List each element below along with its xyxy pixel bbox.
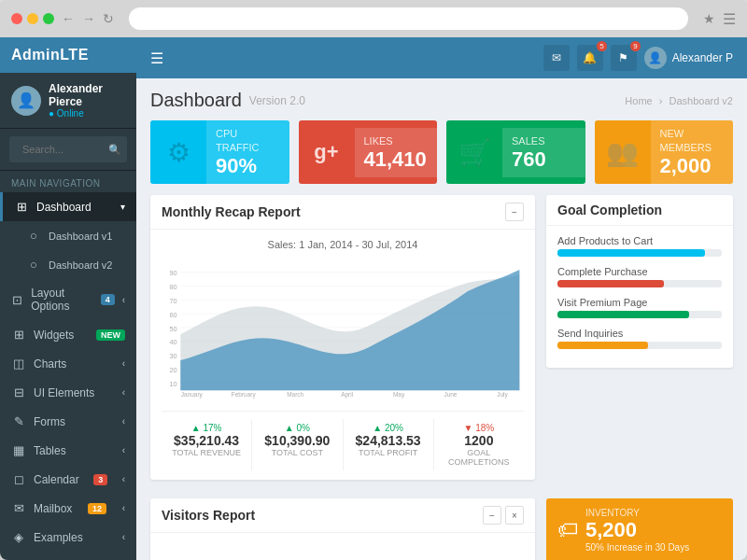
dashboard-submenu: ○ Dashboard v1 ○ Dashboard v2 [0, 221, 136, 279]
sales-content: SALES 760 [502, 128, 585, 177]
stat-profit: ▲ 20% $24,813.53 TOTAL PROFIT [343, 419, 433, 470]
cpu-value: 90% [216, 154, 280, 178]
sidebar-item-dashboard-v1[interactable]: ○ Dashboard v1 [0, 221, 136, 250]
sidebar-search[interactable]: 🔍 [0, 129, 136, 171]
notifications-button[interactable]: 🔔 5 [577, 45, 603, 71]
sidebar-item-widgets[interactable]: ⊞ Widgets NEW [0, 320, 136, 349]
goal-item-3: Visit Premium Page [557, 297, 722, 318]
url-bar[interactable] [129, 7, 688, 30]
card-tools: − [505, 203, 524, 221]
forward-button[interactable]: → [82, 11, 95, 26]
goal-completion-col: Goal Completion Add Products to Cart [546, 195, 733, 489]
sidebar-item-multilevel[interactable]: ◫ Multilevel ‹ [0, 552, 136, 560]
search-input[interactable] [15, 139, 108, 160]
dashboard-icon: ⊞ [14, 200, 29, 214]
user-status: ● Online [49, 108, 125, 119]
goals-change: ▼ 18% [438, 423, 520, 433]
header-user[interactable]: 👤 Alexander P [644, 47, 733, 69]
top-header: ☰ ✉ 🔔 5 ⚑ 9 👤 Alexander P [136, 37, 747, 78]
brand-name: AdminLTE [11, 47, 89, 63]
sidebar-item-label: Mailbox [34, 502, 72, 515]
svg-text:June: June [444, 391, 457, 398]
layout-icon: ⊡ [11, 293, 23, 307]
minimize-card-button[interactable]: − [505, 203, 524, 221]
minimize-visitors-button[interactable]: − [483, 506, 501, 525]
avatar: 👤 [11, 86, 41, 116]
info-box-cpu: ⚙ CPU TRAFFIC 90% [150, 120, 289, 184]
sidebar-item-tables[interactable]: ▦ Tables ‹ [0, 436, 136, 465]
sidebar-item-label: Tables [34, 444, 66, 457]
likes-label: LIKES [364, 135, 393, 147]
sidebar-item-label: Calendar [34, 473, 79, 486]
sidebar-item-dashboard-v2[interactable]: ○ Dashboard v2 [0, 250, 136, 279]
search-icon[interactable]: 🔍 [108, 144, 121, 156]
chevron-right-icon: ‹ [122, 445, 125, 455]
widgets-icon: ⊞ [11, 328, 26, 342]
goal-item-1: Add Products to Cart [557, 235, 722, 257]
revenue-label: TOTAL REVENUE [165, 448, 247, 457]
header-username: Alexander P [672, 51, 733, 64]
svg-text:40: 40 [169, 339, 176, 347]
visitors-title: Visitors Report [162, 508, 483, 523]
calendar-badge: 3 [93, 474, 107, 485]
sidebar-item-calendar[interactable]: ◻ Calendar 3 ‹ [0, 465, 136, 494]
inventory-icon: 🏷 [557, 518, 578, 542]
sidebar-item-mailbox[interactable]: ✉ Mailbox 12 ‹ [0, 494, 136, 523]
sidebar-item-label: Layout Options [31, 287, 92, 313]
stat-revenue: ▲ 17% $35,210.43 TOTAL REVENUE [162, 419, 251, 470]
goal-completion-header: Goal Completion [546, 195, 733, 226]
visitors-body: 📊 8390 VISITS [150, 533, 535, 560]
sidebar-item-dashboard[interactable]: ⊞ Dashboard ▾ [0, 192, 136, 221]
likes-value: 41,410 [364, 147, 429, 172]
cpu-content: CPU TRAFFIC 90% [206, 120, 289, 184]
sidebar-item-layout[interactable]: ⊡ Layout Options 4 ‹ [0, 279, 136, 320]
svg-text:20: 20 [169, 366, 176, 374]
breadcrumb-current: Dashboard v2 [669, 95, 734, 106]
two-col-section: Monthly Recap Report − Sales: 1 Jan, 201… [150, 195, 733, 489]
svg-text:February: February [232, 391, 257, 399]
forms-icon: ✎ [11, 414, 26, 428]
user-name: Alexander Pierce [49, 82, 125, 108]
sidebar-item-examples[interactable]: ◈ Examples ‹ [0, 523, 136, 552]
svg-text:50: 50 [169, 325, 176, 333]
info-box-members: 👥 NEW MEMBERS 2,000 [595, 120, 734, 184]
close-dot[interactable] [11, 13, 22, 24]
likes-icon: g+ [299, 124, 355, 180]
mailbox-badge: 12 [88, 503, 106, 514]
goal-item-4: Send Inquiries [557, 328, 722, 349]
close-visitors-button[interactable]: × [505, 506, 524, 525]
svg-text:90: 90 [169, 270, 176, 278]
stat-cost: ▲ 0% $10,390.90 TOTAL COST [251, 419, 342, 470]
goal-bar-bg-2 [557, 280, 722, 287]
tasks-button[interactable]: ⚑ 9 [611, 45, 637, 71]
members-content: NEW MEMBERS 2,000 [651, 120, 734, 184]
sidebar: AdminLTE 👤 Alexander Pierce ● Online 🔍 M… [0, 37, 136, 560]
svg-text:April: April [341, 391, 353, 399]
chevron-right-icon: ‹ [122, 532, 125, 542]
monthly-report-card: Monthly Recap Report − Sales: 1 Jan, 201… [150, 195, 535, 480]
browser-menu-icon[interactable]: ☰ [723, 10, 736, 28]
sidebar-item-charts[interactable]: ◫ Charts ‹ [0, 349, 136, 378]
inventory-widget: 🏷 INVENTORY 5,200 50% Increase in 30 Day… [546, 498, 733, 560]
chevron-right-icon: ‹ [122, 474, 125, 484]
svg-text:80: 80 [169, 284, 176, 292]
back-button[interactable]: ← [62, 11, 75, 26]
maximize-dot[interactable] [43, 13, 54, 24]
sidebar-toggle-button[interactable]: ☰ [150, 49, 163, 67]
members-label: NEW MEMBERS [660, 128, 712, 153]
refresh-button[interactable]: ↻ [103, 11, 114, 26]
tasks-badge: 9 [630, 41, 640, 51]
page-version: Version 2.0 [249, 94, 305, 107]
minimize-dot[interactable] [27, 13, 38, 24]
sidebar-item-forms[interactable]: ✎ Forms ‹ [0, 407, 136, 436]
sidebar-item-ui-elements[interactable]: ⊟ UI Elements ‹ [0, 378, 136, 407]
goal-label-3: Visit Premium Page [557, 297, 722, 308]
messages-button[interactable]: ✉ [543, 45, 570, 71]
area-chart: 90 80 70 60 50 40 30 20 10 [162, 258, 524, 407]
goal-label-4: Send Inquiries [557, 328, 722, 339]
breadcrumb-home[interactable]: Home [625, 95, 652, 106]
app-wrapper: AdminLTE 👤 Alexander Pierce ● Online 🔍 M… [0, 37, 747, 560]
chevron-right-icon: ‹ [122, 416, 125, 427]
page-title: Dashboard [150, 90, 242, 111]
svg-text:60: 60 [169, 311, 176, 319]
